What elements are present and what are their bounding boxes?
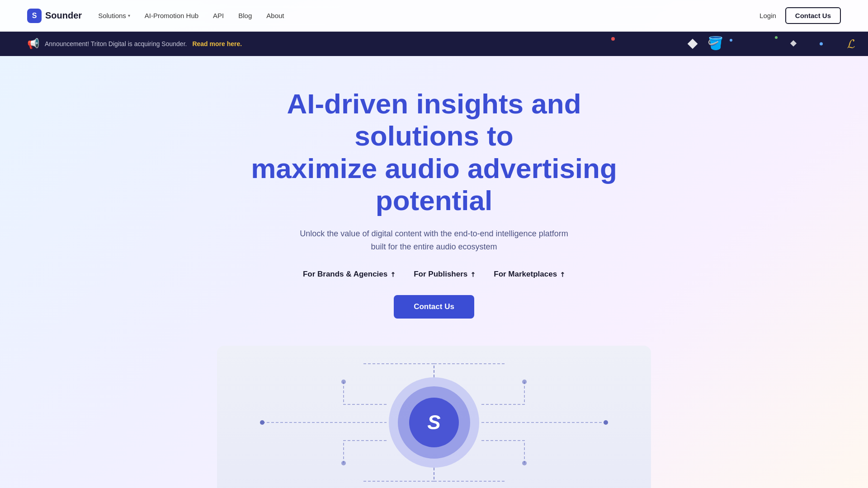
svg-point-3: [604, 420, 608, 425]
hero-links: For Brands & Agencies ↗ For Publishers ↗…: [9, 270, 859, 279]
svg-point-7: [341, 461, 346, 465]
nav-right: Login Contact Us: [760, 7, 841, 24]
svg-point-8: [522, 380, 527, 384]
sparkle-icon: [688, 39, 698, 49]
center-circle-mid: S: [398, 386, 470, 459]
nav-link-solutions[interactable]: Solutions ▾: [98, 12, 130, 19]
contact-us-nav-button[interactable]: Contact Us: [785, 7, 841, 24]
announcement-banner: 📢 Announcement! Triton Digital is acquir…: [0, 32, 868, 56]
main-nav: S Sounder Solutions ▾ AI-Promotion Hub A…: [0, 0, 868, 32]
logo-link[interactable]: S Sounder: [27, 9, 82, 23]
nav-item-blog[interactable]: Blog: [238, 12, 252, 19]
nav-link-blog[interactable]: Blog: [238, 12, 252, 19]
nav-link-api[interactable]: API: [213, 12, 224, 19]
center-logo: S: [427, 411, 440, 434]
hero-link-brands[interactable]: For Brands & Agencies ↗: [303, 270, 396, 279]
paint-icon: 🪣: [708, 36, 723, 51]
hero-link-marketplaces[interactable]: For Marketplaces ↗: [494, 270, 565, 279]
hero-title: AI-driven insights and solutions to maxi…: [231, 88, 637, 216]
nav-left: S Sounder Solutions ▾ AI-Promotion Hub A…: [27, 9, 284, 23]
brand-name: Sounder: [45, 10, 82, 21]
banner-decorations: 🪣 𝓛: [597, 32, 868, 56]
nav-item-solutions[interactable]: Solutions ▾: [98, 12, 130, 19]
hero-section: AI-driven insights and solutions to maxi…: [0, 56, 868, 337]
lasso-icon: 𝓛: [847, 37, 854, 52]
logo-icon: S: [27, 9, 42, 23]
nav-links: Solutions ▾ AI-Promotion Hub API Blog: [98, 12, 284, 19]
hero-link-publishers[interactable]: For Publishers ↗: [414, 270, 476, 279]
sparkle-small-icon: [790, 40, 797, 47]
center-circle-outer: S: [389, 377, 479, 468]
announcement-link[interactable]: Read more here.: [192, 40, 242, 47]
dot-red: [611, 37, 615, 41]
svg-point-6: [341, 380, 346, 384]
arrow-icon-2: ↗: [468, 270, 477, 279]
svg-point-2: [260, 420, 264, 425]
announcement-icon: 📢: [27, 38, 39, 50]
nav-link-ai-hub[interactable]: AI-Promotion Hub: [145, 12, 198, 19]
dot-blue: [730, 39, 732, 42]
svg-point-9: [522, 461, 527, 465]
nav-item-api[interactable]: API: [213, 12, 224, 19]
dot-blue-2: [820, 42, 823, 46]
dot-green: [775, 36, 778, 39]
contact-us-hero-button[interactable]: Contact Us: [394, 295, 474, 319]
diagram-section: S: [217, 346, 651, 488]
nav-item-ai-hub[interactable]: AI-Promotion Hub: [145, 12, 198, 19]
arrow-icon: ↗: [388, 270, 397, 279]
nav-item-about[interactable]: About: [266, 12, 284, 19]
chevron-down-icon: ▾: [128, 13, 130, 18]
nav-link-about[interactable]: About: [266, 12, 284, 19]
center-circle-inner: S: [409, 398, 459, 447]
announcement-text: Announcement! Triton Digital is acquirin…: [45, 40, 187, 47]
login-button[interactable]: Login: [760, 12, 776, 19]
arrow-icon-3: ↗: [558, 270, 567, 279]
hero-subtitle: Unlock the value of digital content with…: [298, 227, 570, 253]
